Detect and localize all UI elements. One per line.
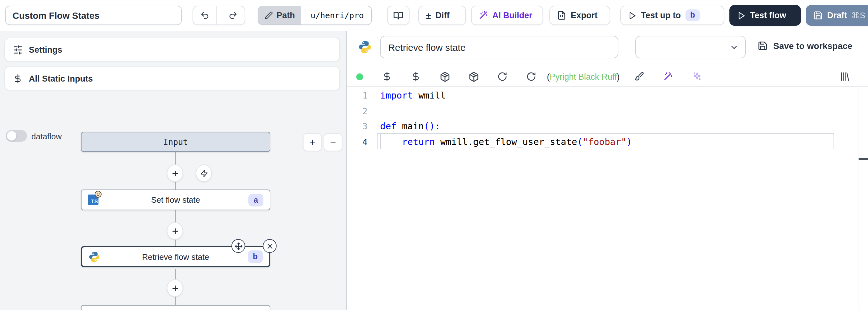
move-icon xyxy=(234,242,242,250)
add-step-button-1[interactable] xyxy=(167,164,183,182)
package-icon xyxy=(439,71,450,82)
face-emoji-icon xyxy=(95,191,102,198)
gutter: 1234 xyxy=(347,88,368,149)
test-up-to-button[interactable]: Test up to b xyxy=(620,6,724,25)
redo-button[interactable] xyxy=(221,6,245,25)
code-editor[interactable]: 1234 import wmill def main(): return wmi… xyxy=(347,87,868,310)
flow-title-input[interactable]: Custom Flow States xyxy=(5,6,182,25)
dataflow-toggle[interactable] xyxy=(6,130,27,142)
draft-label: Draft xyxy=(827,11,847,20)
path-button[interactable]: Path u/henri/pro xyxy=(258,6,372,25)
undo-icon xyxy=(200,11,210,20)
version-select[interactable] xyxy=(635,36,746,58)
pencil-icon xyxy=(265,11,273,20)
flow-graph-panel: Settings All Static Inputs dataflow + − … xyxy=(0,31,346,310)
dollar-icon xyxy=(411,72,421,82)
rotate-cw-icon xyxy=(526,72,536,82)
chevron-down-icon xyxy=(730,43,739,52)
ai-wand-icon xyxy=(663,72,673,82)
docs-button[interactable] xyxy=(387,6,409,25)
edge-input-to-set-2 xyxy=(175,181,176,190)
code-lines: import wmill def main(): return wmill.ge… xyxy=(380,88,632,149)
code-assistants-label: (Pyright Black Ruff) xyxy=(547,72,620,81)
save-draft-button[interactable]: Draft ⌘S xyxy=(806,5,868,26)
trigger-button[interactable] xyxy=(196,164,212,182)
export-file-icon xyxy=(557,11,566,20)
step-name-input[interactable]: Retrieve flow state xyxy=(380,36,618,58)
undo-redo-group xyxy=(192,6,245,25)
edge-set-to-retrieve xyxy=(175,210,176,223)
wand-sparkles-icon xyxy=(478,11,488,20)
zoom-out-button[interactable]: − xyxy=(323,133,342,151)
diff-button[interactable]: ± Diff xyxy=(418,6,466,25)
play-icon xyxy=(628,11,637,20)
test-flow-label: Test flow xyxy=(750,11,786,20)
package-icon xyxy=(468,71,479,82)
script-library-button[interactable] xyxy=(830,72,859,82)
add-step-button-3[interactable] xyxy=(167,279,183,297)
export-label: Export xyxy=(571,11,598,20)
add-step-button-2[interactable] xyxy=(167,222,183,240)
plus-circle-icon xyxy=(171,284,179,292)
reload-icon-button[interactable] xyxy=(488,72,517,82)
save-to-workspace-label: Save to workspace xyxy=(773,41,852,51)
path-label-segment: Path xyxy=(258,6,301,25)
rotate-cw-icon xyxy=(497,72,507,82)
overview-ruler[interactable] xyxy=(859,87,859,310)
set-node-id-badge: a xyxy=(248,194,264,206)
typescript-icon: TS xyxy=(88,195,98,205)
ai-builder-label: AI Builder xyxy=(492,11,532,20)
code-toolbar: (Pyright Black Ruff) xyxy=(347,67,868,86)
retrieve-node-id-badge: b xyxy=(248,250,263,263)
plus-circle-icon xyxy=(171,227,179,235)
delete-step-button[interactable] xyxy=(263,239,277,253)
static-inputs-icon-button-2[interactable] xyxy=(401,72,430,82)
static-inputs-icon-button[interactable] xyxy=(373,72,401,82)
flow-node-result[interactable]: Result xyxy=(81,305,270,310)
flow-title-value: Custom Flow States xyxy=(12,10,99,20)
reload-icon-button-2[interactable] xyxy=(517,72,546,82)
windmill-flow-editor: Custom Flow States Path u/henri/pro ± Di… xyxy=(0,0,868,310)
edge-set-to-retrieve-2 xyxy=(175,239,176,246)
test-up-to-label: Test up to xyxy=(641,11,681,20)
move-step-button[interactable] xyxy=(231,239,245,253)
flow-node-set-flow-state[interactable]: TS Set flow state a xyxy=(81,190,270,210)
test-flow-button[interactable]: Test flow xyxy=(730,5,801,26)
format-code-button[interactable] xyxy=(625,72,653,82)
step-editor-panel: Retrieve flow state Save to workspace (P… xyxy=(347,31,868,310)
input-node-label: Input xyxy=(163,137,188,146)
export-button[interactable]: Export xyxy=(549,6,610,25)
play-icon xyxy=(737,11,746,20)
diff-label: Diff xyxy=(435,11,450,20)
path-label: Path xyxy=(277,11,295,20)
ai-edit-button[interactable] xyxy=(653,72,682,82)
dependencies-icon-button[interactable] xyxy=(430,71,459,82)
redo-icon xyxy=(228,11,238,20)
edge-retrieve-to-result xyxy=(175,269,176,280)
plus-minus-icon: ± xyxy=(426,10,431,21)
settings-button[interactable]: Settings xyxy=(4,38,340,61)
ai-builder-button[interactable]: AI Builder xyxy=(471,6,543,25)
ai-suggest-button[interactable] xyxy=(682,71,711,82)
close-icon xyxy=(266,243,273,249)
paintbrush-icon xyxy=(634,72,644,82)
all-static-inputs-button[interactable]: All Static Inputs xyxy=(4,66,340,90)
library-icon xyxy=(840,72,850,82)
step-name-value: Retrieve flow state xyxy=(388,42,466,52)
top-toolbar: Custom Flow States Path u/henri/pro ± Di… xyxy=(0,0,868,31)
bolt-icon xyxy=(200,169,208,177)
python-icon xyxy=(88,251,100,263)
overview-ruler-cursor-mark xyxy=(859,158,868,160)
draft-shortcut: ⌘S xyxy=(851,11,866,20)
status-indicator xyxy=(347,73,373,80)
save-to-workspace-button[interactable]: Save to workspace xyxy=(757,41,852,51)
dollar-icon xyxy=(382,72,392,82)
flow-node-input[interactable]: Input xyxy=(81,132,270,152)
sliders-icon xyxy=(13,45,23,54)
floppy-disk-icon xyxy=(757,41,768,51)
dependencies-icon-button-2[interactable] xyxy=(459,71,488,82)
undo-button[interactable] xyxy=(193,6,217,25)
path-value: u/henri/pro xyxy=(306,6,371,25)
zoom-in-button[interactable]: + xyxy=(303,133,322,151)
all-static-inputs-label: All Static Inputs xyxy=(29,74,93,83)
